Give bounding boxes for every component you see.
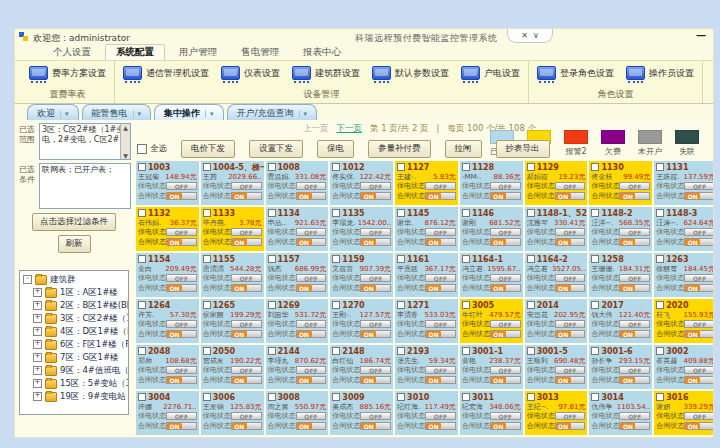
supply-status-toggle[interactable]: OFF [555, 182, 586, 190]
room-checkbox[interactable] [397, 301, 405, 309]
room-checkbox[interactable] [268, 393, 276, 401]
meter-card[interactable]: 2148白红仙186.74元保电状态OFF合闸状态ON [330, 345, 393, 389]
meter-card[interactable]: 1008曹温娟.331.08元保电状态OFF合闸状态ON [266, 161, 329, 205]
expand-icon[interactable]: + [33, 340, 42, 349]
meter-card[interactable]: 3014仇伟争1103.54..保电状态OFF合闸状态ON [589, 391, 652, 435]
room-checkbox[interactable] [591, 393, 599, 401]
switch-status-toggle[interactable]: ON [360, 376, 391, 384]
switch-status-toggle[interactable]: ON [166, 376, 197, 384]
choose-filter-button[interactable]: 点击选择过滤条件 [32, 213, 116, 231]
tree-item-3[interactable]: +4区：D区1#楼（D区1… [23, 325, 128, 338]
meter-card[interactable]: 2017钱大伟121.40元保电状态OFF合闸状态ON [589, 299, 652, 343]
room-checkbox[interactable] [138, 393, 146, 401]
room-checkbox[interactable] [462, 393, 470, 401]
room-checkbox[interactable] [591, 163, 599, 171]
room-checkbox[interactable] [527, 255, 535, 263]
meter-card[interactable]: 2048郑帅108.68元保电状态OFF合闸状态ON [136, 345, 199, 389]
tree-item-6[interactable]: +9区：4#值班电（4#值… [23, 364, 128, 377]
switch-status-toggle[interactable]: ON [231, 376, 262, 384]
toolbar-button-2[interactable]: 保电 [317, 140, 354, 158]
meter-card[interactable]: 3008周之翼550.97元保电状态OFF合闸状态ON [266, 391, 329, 435]
supply-status-toggle[interactable]: OFF [360, 366, 391, 374]
tree-item-7[interactable]: +15区：5#变站（3#变电… [23, 377, 128, 390]
switch-status-toggle[interactable]: ON [231, 238, 262, 246]
expand-icon[interactable]: + [33, 379, 42, 388]
room-checkbox[interactable] [591, 347, 599, 355]
meter-card[interactable]: 1164-1冯立君.1595.67..保电状态OFF合闸状态ON [460, 253, 523, 297]
menu-item-1[interactable]: 系统配置 [105, 44, 165, 60]
switch-status-toggle[interactable]: ON [490, 330, 521, 338]
close-icon[interactable]: ✕ [521, 31, 528, 40]
supply-status-toggle[interactable]: OFF [296, 366, 327, 374]
switch-status-toggle[interactable]: ON [296, 192, 327, 200]
ribbon-item-1-1[interactable]: 仪表设置 [221, 66, 280, 80]
meter-card[interactable]: 3009吴成杰885.16元保电状态OFF合闸状态ON [330, 391, 393, 435]
supply-status-toggle[interactable]: OFF [360, 320, 391, 328]
supply-status-toggle[interactable]: OFF [425, 274, 456, 282]
switch-status-toggle[interactable]: ON [619, 238, 650, 246]
selected-condition-box[interactable]: 联网表；已开户表； [39, 163, 131, 209]
supply-status-toggle[interactable]: OFF [425, 366, 456, 374]
meter-card[interactable]: 1148-3汪涛~.624.64元保电状态OFF合闸状态ON [654, 207, 713, 251]
chevron-down-icon[interactable]: ∨ [533, 31, 539, 40]
room-checkbox[interactable] [656, 209, 664, 217]
room-checkbox[interactable] [332, 347, 340, 355]
room-checkbox[interactable] [397, 255, 405, 263]
switch-status-toggle[interactable]: ON [360, 238, 391, 246]
ribbon-item-1-3[interactable]: 默认参数设置 [372, 66, 449, 80]
switch-status-toggle[interactable]: ON [490, 192, 521, 200]
meter-card[interactable]: 2144李瑾丸870.62元保电状态OFF合闸状态ON [266, 345, 329, 389]
supply-status-toggle[interactable]: OFF [425, 412, 456, 420]
room-checkbox[interactable] [203, 163, 211, 171]
switch-status-toggle[interactable]: ON [166, 330, 197, 338]
switch-status-toggle[interactable]: ON [684, 284, 713, 292]
tree-root[interactable]: -建筑群 [23, 273, 128, 286]
refresh-button[interactable]: 刷新 [58, 235, 91, 253]
supply-status-toggle[interactable]: OFF [296, 274, 327, 282]
supply-status-toggle[interactable]: OFF [231, 228, 262, 236]
supply-status-toggle[interactable]: OFF [425, 228, 456, 236]
tab-0[interactable]: 欢迎▾ [27, 104, 79, 121]
meter-card[interactable]: 1161平熹廷367.17元保电状态OFF合闸状态ON [395, 253, 458, 297]
room-checkbox[interactable] [332, 209, 340, 217]
next-page-link[interactable]: 下一页 [337, 123, 363, 135]
room-checkbox[interactable] [268, 347, 276, 355]
meter-card[interactable]: 1164-2冯立君3527.05..保电状态OFF合闸状态ON [525, 253, 588, 297]
supply-status-toggle[interactable]: OFF [555, 228, 586, 236]
supply-status-toggle[interactable]: OFF [425, 320, 456, 328]
switch-status-toggle[interactable]: ON [231, 330, 262, 338]
switch-status-toggle[interactable]: ON [555, 330, 586, 338]
room-checkbox[interactable] [268, 255, 276, 263]
supply-status-toggle[interactable]: OFF [296, 228, 327, 236]
supply-status-toggle[interactable]: OFF [555, 366, 586, 374]
meter-card[interactable]: 1159文霞音907.39元保电状态OFF合闸状态ON [330, 253, 393, 297]
supply-status-toggle[interactable]: OFF [555, 320, 586, 328]
supply-status-toggle[interactable]: OFF [166, 412, 197, 420]
room-checkbox[interactable] [462, 255, 470, 263]
supply-status-toggle[interactable]: OFF [166, 228, 197, 236]
room-checkbox[interactable] [203, 209, 211, 217]
meter-card[interactable]: 3016谢妍339.29元保电状态OFF合闸状态ON [654, 391, 713, 435]
supply-status-toggle[interactable]: OFF [684, 366, 713, 374]
ribbon-item-0-0[interactable]: 费率方案设置 [29, 66, 106, 80]
room-checkbox[interactable] [268, 163, 276, 171]
room-checkbox[interactable] [462, 301, 470, 309]
tab-2[interactable]: 集中操作▾ [154, 104, 224, 121]
switch-status-toggle[interactable]: ON [490, 376, 521, 384]
supply-status-toggle[interactable]: OFF [425, 182, 456, 190]
switch-status-toggle[interactable]: ON [231, 192, 262, 200]
toolbar-button-4[interactable]: 拉闸 [445, 140, 482, 158]
switch-status-toggle[interactable]: ON [425, 330, 456, 338]
switch-status-toggle[interactable]: ON [684, 422, 713, 430]
expand-icon[interactable]: + [33, 392, 42, 401]
supply-status-toggle[interactable]: OFF [555, 274, 586, 282]
supply-status-toggle[interactable]: OFF [684, 274, 713, 282]
expand-icon[interactable]: + [33, 314, 42, 323]
switch-status-toggle[interactable]: ON [166, 192, 197, 200]
switch-status-toggle[interactable]: ON [619, 192, 650, 200]
switch-status-toggle[interactable]: ON [619, 376, 650, 384]
switch-status-toggle[interactable]: ON [425, 284, 456, 292]
ribbon-item-1-4[interactable]: 户电设置 [461, 66, 520, 80]
meter-card[interactable]: 3002崔英越409.88元保电状态OFF合闸状态ON [654, 345, 713, 389]
tab-3[interactable]: 开户/充值查询▾ [227, 104, 318, 121]
